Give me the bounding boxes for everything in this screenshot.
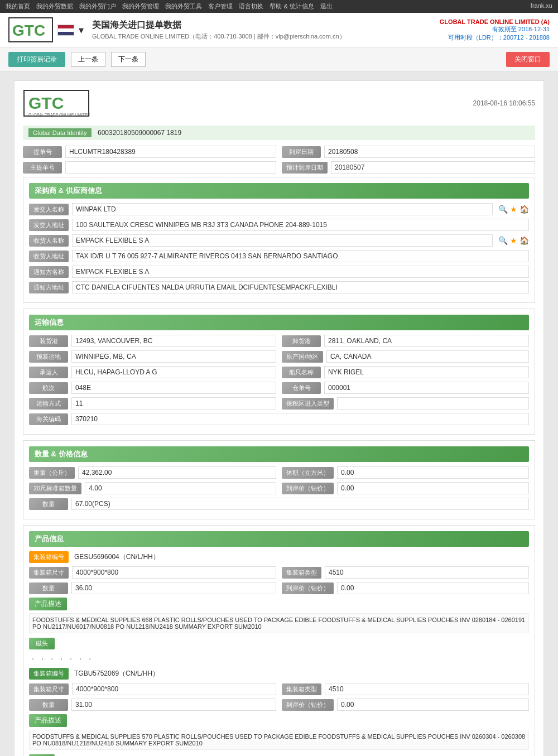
nav-mgmt[interactable]: 我的外贸管理 <box>122 3 159 9</box>
container2-size-field: 集装箱尺寸 4000*900*800 <box>29 683 276 695</box>
container1-collapse-button[interactable]: 磁头 <box>29 638 55 649</box>
nav-clients[interactable]: 客户管理 <box>208 3 233 9</box>
bill-no-field: 提单号 HLCUMTR180428389 <box>23 146 276 158</box>
weight-row: 重量（公斤） 42,362.00 体积（立方米） 0.00 <box>29 466 529 479</box>
container1-size-field: 集装箱尺寸 4000*900*800 <box>29 566 276 579</box>
logo: GTC <box>8 17 53 42</box>
unit-price-label: 到岸价（钻价） <box>282 483 334 494</box>
close-button[interactable]: 关闭窗口 <box>506 52 550 67</box>
voyage-value: 048E <box>71 382 276 394</box>
nav-tools[interactable]: 我的外贸工具 <box>165 3 202 9</box>
carrier-row: 承运人 HLCU, HAPAG-LLOYD A G 船只名称 NYK RIGEL <box>29 366 529 378</box>
pre-origin-row: 预装运地 WINNIPEG, MB, CA 原产国/地区 CA, CANADA <box>29 350 529 363</box>
prev-button[interactable]: 上一条 <box>71 52 105 67</box>
nav-user: frank.xu <box>531 2 552 11</box>
bill-row: 提单号 HLCUMTR180428389 到岸日期 20180508 <box>23 146 535 158</box>
voyage-label: 航次 <box>29 382 68 394</box>
quantity-section-header: 数量 & 价格信息 <box>29 446 529 462</box>
page-subtitle: GLOBAL TRADE ONLINE LIMITED（电话：400-710-3… <box>92 32 345 41</box>
container1-price-label: 到岸价（钻价） <box>282 582 334 594</box>
consignee-addr-label: 收货人地址 <box>29 251 69 262</box>
customs-code-row: 海关编码 370210 <box>29 413 529 425</box>
transport-mode-label: 运输方式 <box>29 398 68 410</box>
nav-help[interactable]: 帮助 & 统计信息 <box>270 3 314 9</box>
shipper-addr-value: 100 SAULTEAUX CRESC WINNIPEG MB R3J 3T3 … <box>72 219 529 231</box>
container2-size-value: 4000*900*800 <box>72 683 276 695</box>
flag-dropdown[interactable]: ▾ <box>79 24 84 36</box>
container2-qty-field: 数量 31.00 <box>29 699 276 711</box>
customs-code-label: 海关编码 <box>29 413 68 425</box>
transport-mode-field: 运输方式 11 <box>29 397 276 410</box>
customs-code-field: 海关编码 370210 <box>29 413 529 425</box>
origin-port-label: 装货港 <box>29 335 68 347</box>
header-title-area: 美国海关进口提单数据 GLOBAL TRADE ONLINE LIMITED（电… <box>92 20 345 41</box>
arrival-date-field: 到岸日期 20180508 <box>282 146 535 158</box>
svg-text:GTC: GTC <box>28 94 64 112</box>
nav-home[interactable]: 我的首页 <box>6 3 30 9</box>
star-icon-2[interactable]: ★ <box>510 236 517 245</box>
voyage-row: 航次 048E 仓单号 000001 <box>29 382 529 394</box>
container1-type-field: 集装箱类型 4510 <box>282 566 529 579</box>
qty-row: 数量 67.00(PCS) <box>29 498 529 510</box>
notify-addr-row: 通知方地址 CTC DANIELA CIFUENTES NALDA URRUTI… <box>29 281 529 293</box>
shipper-icons: 🔍 ★ 🏠 <box>498 205 529 214</box>
carrier-value: HLCU, HAPAG-LLOYD A G <box>71 366 276 378</box>
global-id-value: 600320180509000067 1819 <box>98 129 181 137</box>
container1-dots: ．．．．．．． <box>29 652 529 662</box>
shipper-addr-label: 发交人地址 <box>29 219 69 231</box>
container1-type-value: 4510 <box>325 566 529 579</box>
container1-desc-header: 产品描述 <box>29 598 67 610</box>
search-icon[interactable]: 🔍 <box>498 205 508 214</box>
star-icon[interactable]: ★ <box>510 205 517 214</box>
containers-row: 20尺标准箱数量 4.00 到岸价（钻价） 0.00 <box>29 482 529 494</box>
shipper-addr-field: 发交人地址 100 SAULTEAUX CRESC WINNIPEG MB R3… <box>29 219 529 231</box>
carrier-label: 承运人 <box>29 367 68 378</box>
weight-field: 重量（公斤） 42,362.00 <box>29 466 276 479</box>
est-arrival-label: 预计到岸日期 <box>282 162 328 174</box>
home-icon-2[interactable]: 🏠 <box>519 236 529 245</box>
transport-mode-row: 运输方式 11 保税区进入类型 <box>29 397 529 410</box>
qty-field: 数量 67.00(PCS) <box>29 498 529 510</box>
container1-desc-section: 产品描述 FOODSTUFFS & MEDICAL SUPPLIES 668 P… <box>29 598 529 662</box>
nav-trade-data[interactable]: 我的外贸数据 <box>36 3 73 9</box>
master-bill-label: 主提单号 <box>23 162 62 174</box>
pre-origin-field: 预装运地 WINNIPEG, MB, CA <box>29 350 276 363</box>
weight-value: 42,362.00 <box>78 466 276 479</box>
notify-name-row: 通知方名称 EMPACK FLEXIBLE S A <box>29 266 529 278</box>
ports-row: 装货港 12493, VANCOUVER, BC 卸货港 2811, OAKLA… <box>29 335 529 347</box>
nav-portal[interactable]: 我的外贸门户 <box>79 3 116 9</box>
volume-field: 体积（立方米） 0.00 <box>282 466 529 479</box>
container2-price-field: 到岸价（钻价） 0.00 <box>282 699 529 711</box>
nav-lang[interactable]: 语言切换 <box>239 3 263 9</box>
page-header: GTC ▾ 美国海关进口提单数据 GLOBAL TRADE ONLINE LIM… <box>0 13 558 47</box>
container2-id-value: TGBU5752069（CN/L/HH） <box>74 669 159 678</box>
container2-qty-row: 数量 31.00 到岸价（钻价） 0.00 <box>29 699 529 711</box>
container1-id-value: GESU5696004（CN/L/HH） <box>74 552 160 562</box>
shipper-name-label: 发交人名称 <box>29 204 69 215</box>
home-icon[interactable]: 🏠 <box>519 205 529 214</box>
container1-qty-label: 数量 <box>29 582 68 594</box>
pre-origin-value: WINNIPEG, MB, CA <box>71 350 276 363</box>
containers-20-value: 4.00 <box>85 482 276 494</box>
container1-type-label: 集装箱类型 <box>282 567 321 579</box>
container2-type-value: 4510 <box>325 683 529 695</box>
container2-id-row: 集装箱编号 TGBU5752069（CN/L/HH） <box>29 668 529 680</box>
bill-no-value: HLCUMTR180428389 <box>65 146 276 158</box>
origin-country-field: 原产国/地区 CA, CANADA <box>282 350 529 363</box>
consignee-name-field: 收货人名称 EMPACK FLEXIBLE S A <box>29 234 493 247</box>
next-button[interactable]: 下一条 <box>111 52 146 67</box>
nav-logout[interactable]: 退出 <box>320 3 333 9</box>
customs-code-value: 370210 <box>71 413 529 425</box>
global-id-label: Global Data Identity <box>28 128 92 137</box>
dest-port-field: 卸货港 2811, OAKLAND, CA <box>282 335 529 347</box>
search-icon-2[interactable]: 🔍 <box>498 236 508 245</box>
nav-links[interactable]: 我的首页 我的外贸数据 我的外贸门户 我的外贸管理 我的外贸工具 客户管理 语言… <box>6 2 337 11</box>
main-document: GTC GLOBAL TRADE ONLINE LIMITED 2018-08-… <box>14 80 544 756</box>
origin-country-value: CA, CANADA <box>326 350 529 363</box>
arrival-date-label: 到岸日期 <box>282 146 321 158</box>
print-button[interactable]: 打印贸易记录 <box>8 52 65 67</box>
container1-id-label: 集装箱编号 <box>29 551 69 563</box>
container1-size-row: 集装箱尺寸 4000*900*800 集装箱类型 4510 <box>29 566 529 579</box>
header-right: GLOBAL TRADE ONLINE LIMITED (A) 有效期至 201… <box>440 18 550 42</box>
container1-price-field: 到岸价（钻价） 0.00 <box>282 582 529 594</box>
